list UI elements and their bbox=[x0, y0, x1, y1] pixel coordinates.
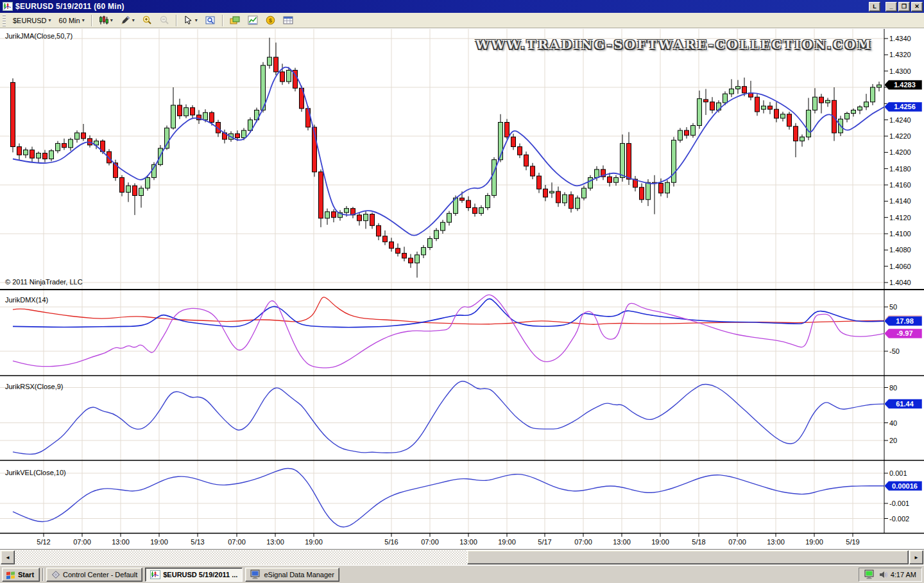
svg-text:40: 40 bbox=[889, 419, 897, 427]
task-esignal[interactable]: eSignal Data Manager bbox=[245, 568, 339, 582]
indicators-button[interactable] bbox=[244, 14, 261, 27]
svg-text:1.4320: 1.4320 bbox=[889, 51, 911, 58]
zoom-in-button[interactable] bbox=[139, 14, 155, 27]
chevron-down-icon: ▾ bbox=[82, 17, 85, 23]
svg-text:1.4160: 1.4160 bbox=[889, 181, 911, 189]
svg-text:20: 20 bbox=[889, 437, 897, 444]
task-label: $EURUSD 5/19/2011 ... bbox=[163, 571, 237, 579]
minimize-button[interactable]: _ bbox=[886, 2, 897, 12]
svg-text:13:00: 13:00 bbox=[459, 538, 477, 546]
chevron-down-icon: ▾ bbox=[49, 17, 51, 23]
svg-text:5/12: 5/12 bbox=[37, 538, 50, 546]
chart-window-icon bbox=[150, 570, 160, 579]
svg-text:13:00: 13:00 bbox=[613, 538, 631, 546]
taskbar: Start Control Center - Default$EURUSD 5/… bbox=[0, 565, 924, 583]
drawing-tools-button[interactable]: ▾ bbox=[117, 14, 138, 27]
svg-text:1.4100: 1.4100 bbox=[889, 230, 911, 238]
scroll-right-button[interactable]: ► bbox=[909, 550, 923, 564]
svg-text:19:00: 19:00 bbox=[651, 538, 669, 546]
control-center-icon bbox=[51, 570, 60, 579]
zoom-out-button[interactable] bbox=[157, 14, 173, 27]
svg-text:17.98: 17.98 bbox=[896, 317, 914, 325]
svg-text:07:00: 07:00 bbox=[228, 538, 246, 546]
copyright-label: © 2011 NinjaTrader, LLC bbox=[5, 278, 83, 286]
data-box-button[interactable] bbox=[202, 14, 219, 27]
svg-text:5/16: 5/16 bbox=[384, 538, 398, 546]
strategies-button[interactable]: $ bbox=[262, 14, 278, 27]
svg-text:5/17: 5/17 bbox=[538, 538, 551, 546]
svg-text:50: 50 bbox=[889, 303, 897, 311]
link-button[interactable]: L bbox=[869, 2, 880, 12]
task-label: Control Center - Default bbox=[63, 571, 137, 579]
rsx-panel-label: JurikRSX(Close,9) bbox=[5, 383, 63, 390]
toolbar-separator bbox=[176, 15, 177, 26]
svg-text:13:00: 13:00 bbox=[112, 538, 130, 546]
svg-text:07:00: 07:00 bbox=[421, 538, 439, 546]
svg-text:19:00: 19:00 bbox=[498, 538, 516, 546]
toolbar-grip[interactable] bbox=[3, 15, 6, 26]
chevron-down-icon: ▾ bbox=[195, 17, 198, 23]
network-monitor-icon[interactable] bbox=[864, 570, 875, 579]
svg-text:5/19: 5/19 bbox=[846, 538, 859, 546]
svg-text:1.4300: 1.4300 bbox=[889, 67, 911, 75]
task-chart-window[interactable]: $EURUSD 5/19/2011 ... bbox=[145, 568, 243, 582]
titlebar[interactable]: $EURUSD 5/19/2011 (60 Min) L _ ❐ ✕ bbox=[0, 0, 924, 13]
ninjatrader-chart-window: $EURUSD 5/19/2011 (60 Min) L _ ❐ ✕ $EURU… bbox=[0, 0, 924, 583]
svg-text:-9.97: -9.97 bbox=[896, 329, 912, 337]
restore-button[interactable]: ❐ bbox=[898, 2, 910, 12]
system-tray: 4:17 AM bbox=[859, 568, 922, 582]
esignal-icon bbox=[250, 570, 261, 579]
svg-text:1.4080: 1.4080 bbox=[889, 246, 911, 254]
coin-icon: $ bbox=[266, 15, 275, 25]
svg-text:0.00016: 0.00016 bbox=[892, 482, 918, 490]
window-title: $EURUSD 5/19/2011 (60 Min) bbox=[15, 2, 869, 11]
indicators-icon bbox=[248, 15, 258, 25]
svg-text:1.4283: 1.4283 bbox=[894, 81, 916, 89]
svg-text:19:00: 19:00 bbox=[150, 538, 168, 546]
instrument-selector-label: $EURUSD bbox=[13, 17, 47, 24]
speaker-icon[interactable] bbox=[878, 570, 887, 579]
svg-text:07:00: 07:00 bbox=[73, 538, 91, 546]
svg-text:-0.002: -0.002 bbox=[889, 515, 909, 523]
pointer-button[interactable]: ▾ bbox=[180, 14, 201, 27]
interval-selector[interactable]: 60 Min▾ bbox=[56, 14, 88, 27]
chart-trader-icon bbox=[230, 15, 240, 25]
svg-text:07:00: 07:00 bbox=[728, 538, 746, 546]
start-button[interactable]: Start bbox=[2, 568, 40, 582]
svg-text:1.4180: 1.4180 bbox=[889, 165, 911, 173]
scroll-left-button[interactable]: ◄ bbox=[1, 550, 15, 564]
h-scrollbar-thumb[interactable] bbox=[467, 550, 909, 564]
toolbar-separator bbox=[91, 15, 92, 26]
h-scrollbar: ◄ ► bbox=[0, 549, 924, 565]
close-button[interactable]: ✕ bbox=[911, 2, 923, 12]
watermark: WWW.TRADING-SOFTWARE-COLLECTION.COM bbox=[475, 37, 873, 51]
instrument-selector[interactable]: $EURUSD▾ bbox=[10, 14, 55, 27]
dmx-panel-label: JurikDMX(14) bbox=[5, 296, 48, 304]
start-label: Start bbox=[18, 571, 34, 579]
clock[interactable]: 4:17 AM bbox=[891, 571, 916, 579]
task-control-center[interactable]: Control Center - Default bbox=[46, 568, 142, 582]
svg-text:1.4200: 1.4200 bbox=[889, 148, 911, 156]
chart-window-icon bbox=[3, 2, 13, 11]
vel-panel-label: JurikVEL(Close,10) bbox=[5, 469, 66, 476]
svg-text:-0.001: -0.001 bbox=[889, 500, 909, 507]
chevron-down-icon: ▾ bbox=[110, 17, 113, 23]
task-label: eSignal Data Manager bbox=[264, 571, 334, 579]
data-series-button[interactable] bbox=[280, 14, 296, 27]
chart-trader-button[interactable] bbox=[227, 14, 243, 27]
price-panel-label: JurikJMA(Close,50,7) bbox=[5, 32, 73, 40]
svg-text:19:00: 19:00 bbox=[305, 538, 323, 546]
svg-text:1.4340: 1.4340 bbox=[889, 35, 911, 42]
taskbar-divider bbox=[42, 568, 44, 581]
svg-text:0.001: 0.001 bbox=[889, 469, 907, 477]
svg-text:1.4256: 1.4256 bbox=[894, 103, 916, 110]
svg-text:5/18: 5/18 bbox=[692, 538, 705, 546]
svg-text:1.4060: 1.4060 bbox=[889, 263, 911, 270]
data-box-icon bbox=[205, 15, 216, 25]
windows-logo-icon bbox=[6, 570, 15, 579]
chevron-down-icon: ▾ bbox=[132, 17, 135, 23]
chart-canvas[interactable]: 1.43401.43201.43001.42401.42201.42001.41… bbox=[0, 28, 924, 549]
candlestick-icon bbox=[99, 15, 108, 25]
chart-style-button[interactable]: ▾ bbox=[96, 14, 116, 27]
svg-text:61.44: 61.44 bbox=[896, 400, 914, 408]
